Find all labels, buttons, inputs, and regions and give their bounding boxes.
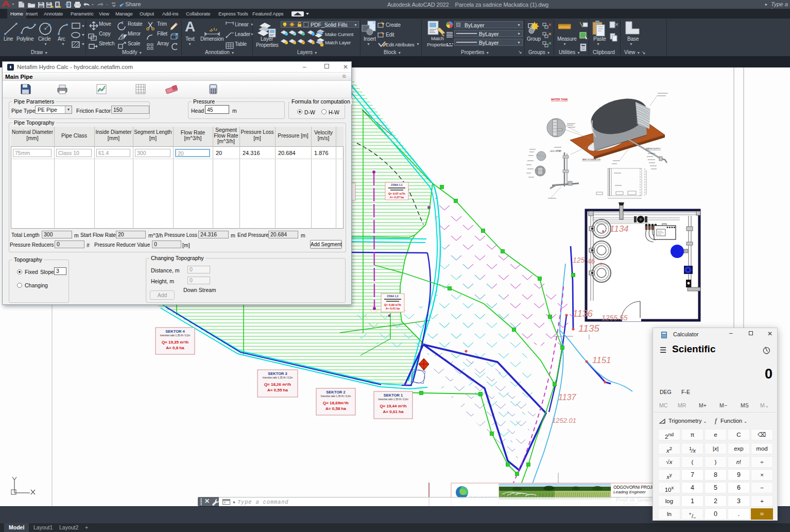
svg-text:125: 125 [573, 256, 585, 264]
svg-text:Intenzitet zaliv 1,35 l/h / 0,: Intenzitet zaliv 1,35 l/h / 0,2m [160, 334, 191, 337]
svg-text:WATER SUPPLY: WATER SUPPLY [646, 148, 661, 150]
svg-text:A= 0,37 ha: A= 0,37 ha [390, 196, 404, 199]
svg-text:1255.55: 1255.55 [602, 314, 628, 322]
svg-text:1135: 1135 [578, 323, 599, 334]
svg-text:Leading Engineer: Leading Engineer [613, 490, 646, 494]
svg-text:TANK FOUNDATION: TANK FOUNDATION [582, 159, 600, 161]
svg-text:1137: 1137 [558, 393, 577, 402]
svg-text:Q= 18,26 m³/h: Q= 18,26 m³/h [264, 382, 291, 387]
svg-text:SEKTOR 2: SEKTOR 2 [326, 390, 345, 394]
svg-text:1136: 1136 [573, 308, 593, 319]
svg-text:ZONA 1.1: ZONA 1.1 [391, 183, 403, 186]
svg-text:Intenzitet zaliv 1,35 l/h / 0,: Intenzitet zaliv 1,35 l/h / 0,2m [263, 376, 293, 379]
svg-text:A= 0,41 ha: A= 0,41 ha [386, 307, 400, 310]
svg-text:SEKTOR 3: SEKTOR 3 [268, 371, 287, 376]
svg-text:A= 0,58 ha: A= 0,58 ha [325, 406, 346, 411]
svg-text:ZONA 1.2: ZONA 1.2 [387, 295, 399, 298]
svg-text:1252.01: 1252.01 [552, 417, 576, 424]
svg-text:Q= 9,99 m³/h: Q= 9,99 m³/h [384, 303, 402, 306]
svg-text:1151: 1151 [592, 355, 611, 365]
svg-text:SEKTOR 4: SEKTOR 4 [165, 329, 185, 334]
svg-text:Q= 9,67 m³/h: Q= 9,67 m³/h [388, 192, 406, 195]
svg-text:Q= 19,44 m³/h: Q= 19,44 m³/h [380, 404, 406, 408]
svg-text:Q= 18,69m³/h: Q= 18,69m³/h [323, 401, 349, 405]
svg-text:VENT DETAIL: VENT DETAIL [550, 150, 561, 152]
svg-text:A= 0,61 ha: A= 0,61 ha [383, 409, 404, 414]
svg-text:SEKTOR 1: SEKTOR 1 [384, 393, 403, 398]
svg-text:Q= 19,35 m³/h: Q= 19,35 m³/h [162, 340, 188, 345]
svg-text:A= 0,55 ha: A= 0,55 ha [267, 388, 288, 392]
svg-text:A= 0,8 ha: A= 0,8 ha [166, 346, 184, 350]
svg-text:WATER TANK: WATER TANK [551, 98, 568, 101]
svg-text:Intenzitet zaliv 1,35 l/h / 0,: Intenzitet zaliv 1,35 l/h / 0,2m [378, 398, 408, 401]
svg-text:1134: 1134 [610, 224, 629, 234]
svg-text:46: 46 [587, 257, 595, 265]
svg-text:Intenzitet zaliv 1,35 l/h / 0,: Intenzitet zaliv 1,35 l/h / 0,2m [321, 395, 351, 398]
